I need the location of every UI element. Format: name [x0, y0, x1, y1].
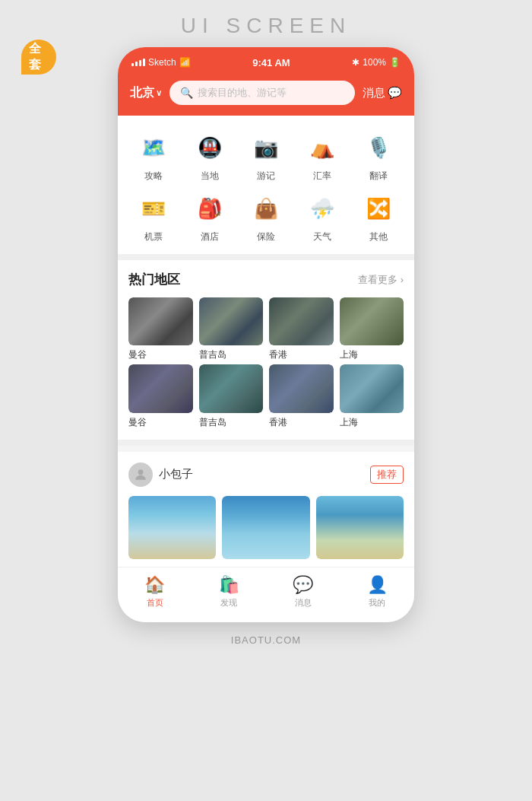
nav-item-home[interactable]: 🏠 首页 [144, 575, 165, 609]
search-placeholder: 搜索目的地、游记等 [198, 86, 287, 100]
icon-item-other[interactable]: 🔀 其他 [350, 190, 407, 243]
avatar [128, 462, 153, 487]
user-info: 小包子 [128, 462, 193, 487]
discover-label: 发现 [220, 597, 237, 609]
dest-label-shanghai2: 上海 [340, 416, 404, 429]
dest-item-shanghai2[interactable]: 上海 [340, 364, 404, 428]
icon-item-translate[interactable]: 🎙️ 翻译 [350, 129, 407, 183]
dest-item-shanghai1[interactable]: 上海 [340, 297, 404, 361]
message-button[interactable]: 消息 💬 [363, 86, 402, 100]
flight-icon: 🎫 [135, 190, 172, 227]
status-left: Sketch 📶 [131, 57, 191, 68]
icon-item-flight[interactable]: 🎫 机票 [125, 190, 182, 243]
diary-icon: 📷 [248, 129, 284, 166]
dest-label-shanghai1: 上海 [340, 348, 404, 361]
dest-img-phuket2 [199, 364, 264, 412]
wifi-icon: 📶 [179, 57, 191, 68]
dest-label-phuket1: 普吉岛 [199, 348, 264, 361]
icon-item-local[interactable]: 🚇 当地 [182, 129, 238, 183]
dest-label-hongkong1: 香港 [269, 348, 334, 361]
post-images [128, 496, 404, 559]
local-icon: 🚇 [192, 129, 228, 166]
hot-destinations-title: 热门地区 [128, 271, 180, 288]
search-icon: 🔍 [180, 87, 193, 99]
other-icon: 🔀 [360, 190, 397, 227]
destinations-row1: 曼谷 普吉岛 香港 上 [128, 297, 404, 361]
user-post-section: 小包子 推荐 [118, 452, 414, 567]
location-label: 北京 [130, 85, 154, 101]
carrier-label: Sketch [148, 57, 176, 68]
rate-label: 汇率 [313, 170, 331, 183]
message-label: 消息 [363, 86, 385, 100]
dest-item-hongkong1[interactable]: 香港 [269, 297, 334, 361]
dest-label-bangkok2: 曼谷 [128, 416, 193, 429]
section-divider-2 [118, 440, 414, 446]
dest-img-hongkong2 [269, 364, 334, 412]
profile-label: 我的 [369, 597, 385, 609]
ui-screen-title: UI SCREEN [181, 14, 351, 38]
icon-item-diary[interactable]: 📷 游记 [238, 129, 294, 183]
icon-item-weather[interactable]: ⛈️ 天气 [294, 190, 350, 243]
nav-item-profile[interactable]: 👤 我的 [367, 575, 388, 609]
dest-item-hongkong2[interactable]: 香港 [269, 364, 334, 428]
rate-icon: ⛺ [304, 129, 340, 166]
icon-item-rate[interactable]: ⛺ 汇率 [294, 129, 350, 183]
post-img-3[interactable] [316, 496, 404, 559]
time-display: 9:41 AM [252, 57, 290, 68]
username-label: 小包子 [159, 467, 193, 482]
message-icon: 💬 [388, 86, 402, 100]
diary-label: 游记 [257, 170, 275, 183]
message-nav-icon: 💬 [293, 575, 313, 595]
dest-item-phuket2[interactable]: 普吉岛 [199, 364, 264, 428]
dest-label-bangkok1: 曼谷 [128, 348, 193, 361]
bluetooth-icon: ✱ [352, 57, 359, 68]
local-label: 当地 [201, 170, 219, 183]
icon-item-insurance[interactable]: 👜 保险 [238, 190, 294, 243]
destinations-row2: 曼谷 普吉岛 香港 上 [128, 364, 404, 428]
user-post-header: 小包子 推荐 [128, 462, 404, 487]
dest-label-phuket2: 普吉岛 [199, 416, 264, 429]
discover-icon: 🛍️ [219, 575, 239, 595]
dest-img-bangkok1 [128, 297, 193, 345]
search-bar[interactable]: 🔍 搜索目的地、游记等 [169, 81, 355, 105]
icon-item-guide[interactable]: 🗺️ 攻略 [125, 129, 182, 183]
guide-icon: 🗺️ [135, 129, 172, 166]
home-label: 首页 [147, 597, 163, 609]
signal-icon [131, 59, 145, 66]
hot-destinations-header: 热门地区 查看更多 › [128, 271, 404, 288]
dest-img-shanghai1 [340, 297, 404, 345]
section-divider [118, 254, 414, 260]
insurance-label: 保险 [257, 230, 275, 243]
phone-frame: Sketch 📶 9:41 AM ✱ 100% 🔋 北京 ∨ 🔍 搜索目的地、游… [118, 47, 414, 622]
profile-icon: 👤 [367, 575, 388, 595]
post-img-2[interactable] [222, 496, 309, 559]
hotel-label: 酒店 [201, 230, 219, 243]
chevron-down-icon: ∨ [156, 88, 162, 98]
see-more-button[interactable]: 查看更多 › [358, 273, 404, 287]
dest-item-bangkok1[interactable]: 曼谷 [128, 297, 193, 361]
dest-img-phuket1 [199, 297, 264, 345]
translate-icon: 🎙️ [360, 129, 397, 166]
status-bar: Sketch 📶 9:41 AM ✱ 100% 🔋 [118, 47, 414, 75]
location-button[interactable]: 北京 ∨ [130, 85, 162, 101]
dest-label-hongkong2: 香港 [269, 416, 334, 429]
battery-icon: 🔋 [389, 57, 401, 68]
battery-label: 100% [363, 57, 386, 68]
dest-item-bangkok2[interactable]: 曼谷 [128, 364, 193, 428]
badge-quantao: 全套 [21, 40, 56, 75]
post-img-1[interactable] [128, 496, 216, 559]
nav-item-message[interactable]: 💬 消息 [293, 575, 313, 609]
icon-grid: 🗺️ 攻略 🚇 当地 📷 游记 ⛺ 汇率 🎙️ 翻译 [125, 129, 407, 243]
dest-item-phuket1[interactable]: 普吉岛 [199, 297, 264, 361]
header: 北京 ∨ 🔍 搜索目的地、游记等 消息 💬 [118, 75, 414, 116]
guide-label: 攻略 [144, 170, 163, 183]
home-icon: 🏠 [144, 575, 165, 595]
recommend-badge: 推荐 [370, 466, 404, 484]
hot-destinations-section: 热门地区 查看更多 › 曼谷 普吉岛 [118, 260, 414, 440]
bottom-credit: IBAOTU.COM [231, 634, 301, 646]
translate-label: 翻译 [369, 170, 388, 183]
dest-img-hongkong1 [269, 297, 334, 345]
nav-item-discover[interactable]: 🛍️ 发现 [219, 575, 239, 609]
icon-item-hotel[interactable]: 🎒 酒店 [182, 190, 238, 243]
svg-point-0 [138, 469, 144, 475]
